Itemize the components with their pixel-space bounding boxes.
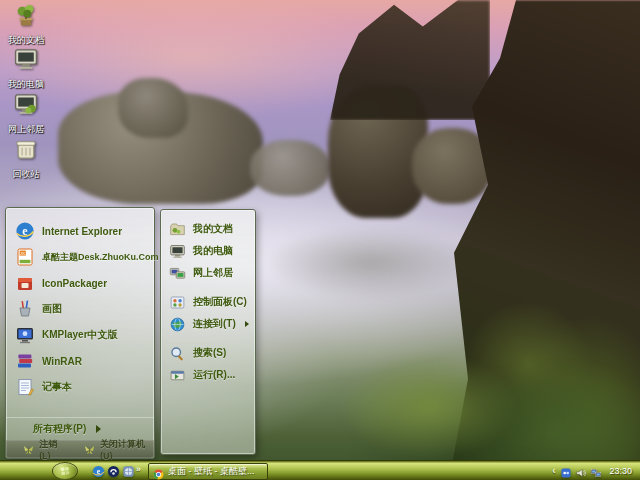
menu-item-label: 画图 <box>42 302 62 316</box>
paint-icon <box>15 299 35 319</box>
menu-item-label: 搜索(S) <box>193 346 226 360</box>
start-menu-item-paint[interactable]: 画图 <box>6 296 154 322</box>
system-tray: ‹ 23:30 <box>552 461 638 480</box>
start-menu-item-iconpackager[interactable]: IconPackager <box>6 270 154 296</box>
wallpaper-rock <box>118 78 188 138</box>
taskbar: e » 桌面 - 壁纸 - 桌酷壁... ‹ 23:30 <box>0 460 640 480</box>
search-icon <box>169 345 186 362</box>
start-menu-left-panel: e Internet Explorer ZK 卓酷主题Desk.ZhuoKu.C… <box>5 207 155 459</box>
menu-item-label: 网上邻居 <box>193 266 233 280</box>
clock[interactable]: 23:30 <box>609 466 632 476</box>
quick-launch-browser-icon[interactable] <box>122 464 135 477</box>
internet-explorer-icon: e <box>15 221 35 241</box>
tray-app-icon[interactable] <box>560 465 572 477</box>
shut-down-icon <box>83 443 96 457</box>
recycle-bin-icon <box>13 136 39 162</box>
wallpaper-rock <box>250 140 330 196</box>
start-menu-item-kmplayer[interactable]: KMPlayer中文版 <box>6 322 154 348</box>
menu-item-label: 我的文档 <box>193 222 233 236</box>
log-off-label: 注销(L) <box>39 438 67 461</box>
log-off-icon <box>22 443 35 457</box>
desktop-icon-my-documents[interactable]: 我的文档 <box>0 2 52 47</box>
task-button-wallpaper-window[interactable]: 桌面 - 壁纸 - 桌酷壁... <box>148 463 268 480</box>
desktop-icon-label: 网上邻居 <box>8 124 44 134</box>
start-menu-right-panel: 我的文档 我的电脑 网上邻居 控制面板(C) 连接到(T) 搜索(S) 运行(R… <box>160 209 256 455</box>
start-menu-item-internet-explorer[interactable]: e Internet Explorer <box>6 218 154 244</box>
iconpackager-icon <box>15 273 35 293</box>
start-menu-item-zhuoku-theme[interactable]: ZK 卓酷主题Desk.ZhuoKu.Com <box>6 244 154 270</box>
network-places-icon <box>169 265 186 282</box>
submenu-arrow-icon <box>245 321 249 327</box>
quick-launch-internet-explorer-icon[interactable]: e <box>92 464 105 477</box>
winrar-icon <box>15 351 35 371</box>
all-programs-button[interactable]: 所有程序(P) <box>6 417 154 440</box>
network-status-icon[interactable] <box>590 465 602 477</box>
start-menu-item-network-places[interactable]: 网上邻居 <box>161 262 255 284</box>
my-computer-icon <box>169 243 186 260</box>
my-documents-icon <box>13 2 39 28</box>
connect-to-icon <box>169 316 186 333</box>
task-button-label: 桌面 - 壁纸 - 桌酷壁... <box>168 465 255 478</box>
svg-text:ZK: ZK <box>20 251 25 256</box>
start-menu-item-my-computer[interactable]: 我的电脑 <box>161 240 255 262</box>
wallpaper-shore <box>270 228 470 298</box>
control-panel-icon <box>169 294 186 311</box>
desktop: 我的文档 我的电脑 网上邻居 回收站 e Internet Explorer Z… <box>0 0 640 480</box>
my-computer-icon <box>13 46 39 72</box>
shut-down-label: 关闭计算机(U) <box>100 438 154 461</box>
network-places-icon <box>13 91 39 117</box>
start-menu-item-winrar[interactable]: WinRAR <box>6 348 154 374</box>
my-documents-icon <box>169 221 186 238</box>
menu-item-label: 连接到(T) <box>193 317 236 331</box>
desktop-icon-network-places[interactable]: 网上邻居 <box>0 91 52 136</box>
volume-icon[interactable] <box>575 465 587 477</box>
menu-item-label: 控制面板(C) <box>193 295 247 309</box>
wallpaper-cliff <box>330 0 490 120</box>
zhuoku-theme-icon: ZK <box>15 247 35 267</box>
browser-icon <box>153 466 164 477</box>
all-programs-label: 所有程序(P) <box>33 422 86 436</box>
wallpaper-moss-rocks <box>330 330 640 480</box>
menu-item-label: KMPlayer中文版 <box>42 328 118 342</box>
submenu-arrow-icon <box>96 425 101 433</box>
start-menu-item-my-documents[interactable]: 我的文档 <box>161 218 255 240</box>
desktop-icon-label: 我的文档 <box>8 35 44 45</box>
start-menu-item-connect-to[interactable]: 连接到(T) <box>161 313 255 335</box>
desktop-icon-recycle-bin[interactable]: 回收站 <box>0 136 52 181</box>
quick-launch-media-player-icon[interactable] <box>107 464 120 477</box>
log-off-button[interactable]: 注销(L) <box>22 438 67 461</box>
start-menu-item-run[interactable]: 运行(R)... <box>161 364 255 386</box>
desktop-icon-label: 我的电脑 <box>8 79 44 89</box>
notepad-icon <box>15 377 35 397</box>
menu-item-label: 我的电脑 <box>193 244 233 258</box>
menu-item-label: 运行(R)... <box>193 368 235 382</box>
desktop-icon-my-computer[interactable]: 我的电脑 <box>0 46 52 91</box>
desktop-icon-label: 回收站 <box>13 169 40 179</box>
quick-launch-expand-chevron[interactable]: » <box>136 464 141 474</box>
start-menu-item-notepad[interactable]: 记事本 <box>6 374 154 400</box>
menu-item-label: IconPackager <box>42 278 107 289</box>
start-menu-power-row: 注销(L) 关闭计算机(U) <box>6 440 154 458</box>
windows-flag-icon <box>59 465 71 477</box>
start-menu-item-search[interactable]: 搜索(S) <box>161 342 255 364</box>
run-icon <box>169 367 186 384</box>
start-menu-item-control-panel[interactable]: 控制面板(C) <box>161 291 255 313</box>
menu-item-label: 记事本 <box>42 380 72 394</box>
menu-item-label: WinRAR <box>42 356 82 367</box>
kmplayer-icon <box>15 325 35 345</box>
start-button[interactable] <box>52 462 78 480</box>
menu-item-label: Internet Explorer <box>42 226 122 237</box>
shut-down-button[interactable]: 关闭计算机(U) <box>83 438 154 461</box>
menu-item-label: 卓酷主题Desk.ZhuoKu.Com <box>42 251 159 264</box>
tray-collapse-chevron[interactable]: ‹ <box>552 465 555 476</box>
